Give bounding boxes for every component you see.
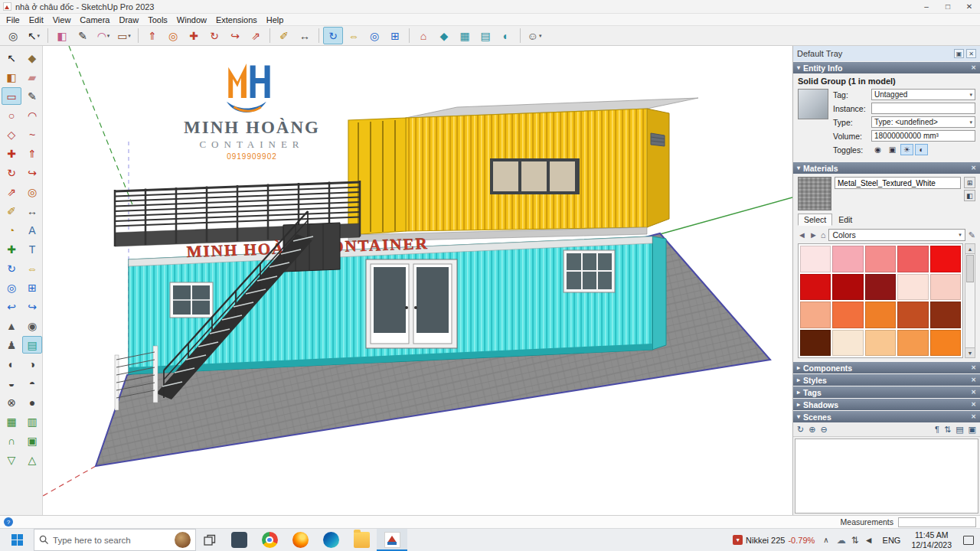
section-tags[interactable]: ▸Tags✕ (793, 386, 980, 398)
next-view-icon[interactable]: ↪ (22, 298, 42, 315)
styles-panel-icon[interactable]: ▦ (455, 27, 475, 44)
section-components[interactable]: ▸Components✕ (793, 362, 980, 373)
offset-tool-icon[interactable]: ◎ (22, 183, 42, 201)
section-materials[interactable]: ▾ Materials ✕ (793, 162, 980, 174)
section-close-icon[interactable]: ✕ (971, 401, 976, 408)
dimension-icon[interactable]: ↔ (295, 27, 315, 44)
solid-union-icon[interactable]: ◐ (2, 355, 21, 373)
section-close-icon[interactable]: ✕ (971, 377, 976, 383)
offset-icon[interactable]: ◎ (163, 27, 183, 44)
section-scenes[interactable]: ▾ Scenes ✕ (793, 411, 980, 422)
zoom-extents-tool-icon[interactable]: ⊞ (22, 279, 42, 296)
arc-tool-icon[interactable]: ◠ (22, 106, 42, 124)
sandbox-scratch-icon[interactable]: ▥ (22, 412, 42, 430)
swatch-scrollbar[interactable]: ▲ ▼ (965, 243, 975, 358)
color-swatch-11[interactable] (832, 302, 863, 328)
axes-tool-icon[interactable]: ✚ (2, 240, 21, 258)
arc-icon[interactable]: ◠▾ (93, 27, 113, 44)
window-left[interactable] (170, 282, 213, 318)
materials-collection-dropdown[interactable]: Colors ▾ (828, 229, 965, 241)
menu-file[interactable]: File (2, 15, 24, 24)
color-swatch-14[interactable] (930, 302, 961, 328)
orbit-icon[interactable]: ↻ (323, 27, 343, 44)
scene-details-button[interactable]: ¶ (935, 425, 939, 434)
maximize-button[interactable]: □ (937, 0, 959, 13)
pan-icon[interactable]: ⇔ (344, 27, 364, 44)
volume-input[interactable]: 18000000000 mm³ (871, 130, 975, 142)
stamp-icon[interactable]: ▣ (22, 432, 42, 449)
menu-camera[interactable]: Camera (75, 15, 114, 24)
menu-view[interactable]: View (48, 15, 76, 24)
zoom-icon[interactable]: ◎ (364, 27, 384, 44)
tray-options-icon[interactable]: ▣ (954, 49, 964, 58)
color-swatch-7[interactable] (865, 274, 896, 301)
menu-draw[interactable]: Draw (114, 15, 143, 24)
push-pull-tool-icon[interactable]: ⇑ (22, 145, 42, 162)
select-icon[interactable]: ↖▾ (24, 27, 44, 44)
color-swatch-6[interactable] (832, 274, 863, 301)
model-viewport[interactable]: MINH HOÀNG CONTAINER (43, 46, 792, 515)
locked-toggle[interactable]: ▣ (886, 144, 899, 155)
color-swatch-0[interactable] (800, 246, 831, 272)
make-component-icon[interactable]: ◆ (22, 49, 42, 67)
model-scene-canvas[interactable]: MINH HOÀNG CONTAINER (43, 46, 792, 515)
receive-shadows-toggle[interactable]: ◐ (915, 144, 928, 155)
firefox-icon[interactable] (285, 529, 315, 551)
color-swatch-19[interactable] (930, 330, 961, 357)
tab-select[interactable]: Select (798, 214, 832, 226)
language-indicator[interactable]: ENG (877, 536, 906, 545)
color-swatch-2[interactable] (865, 246, 896, 272)
section-close-icon[interactable]: ✕ (971, 364, 976, 371)
tray-title-bar[interactable]: Default Tray ▣ ✕ (793, 46, 980, 61)
add-detail-icon[interactable]: △ (22, 451, 42, 468)
file-explorer-icon[interactable] (346, 529, 377, 551)
color-swatch-1[interactable] (832, 246, 863, 272)
move-scene-button[interactable]: ⇅ (944, 425, 951, 435)
material-name-input[interactable] (835, 177, 961, 189)
move-icon[interactable]: ✚ (184, 27, 204, 44)
section-plane-icon[interactable]: ▤ (22, 336, 42, 354)
add-scene-button[interactable]: ⊕ (808, 425, 815, 435)
scale-icon[interactable]: ⇗ (246, 27, 266, 44)
menu-extensions[interactable]: Extensions (211, 15, 262, 24)
section-close-icon[interactable]: ✕ (971, 389, 976, 396)
sandbox-contours-icon[interactable]: ▦ (2, 412, 21, 430)
follow-me-icon[interactable]: ↪ (225, 27, 245, 44)
color-swatch-13[interactable] (897, 302, 928, 328)
scroll-down-icon[interactable]: ▼ (965, 347, 975, 357)
solid-intersect-icon[interactable]: ◓ (22, 374, 42, 392)
color-swatch-12[interactable] (865, 302, 896, 328)
menu-edit[interactable]: Edit (24, 15, 48, 24)
warehouse-icon[interactable]: ⌂ (413, 27, 433, 44)
color-swatch-5[interactable] (800, 274, 831, 301)
measurements-input[interactable] (898, 517, 976, 527)
color-swatch-17[interactable] (865, 330, 896, 357)
solid-trim-icon[interactable]: ◒ (2, 374, 21, 392)
tray-close-icon[interactable]: ✕ (966, 49, 976, 58)
previous-view-icon[interactable]: ↩ (2, 298, 21, 315)
scrollbar-thumb[interactable] (966, 255, 974, 282)
clock[interactable]: 11:45 AM 12/14/2023 (906, 530, 957, 549)
line-icon[interactable]: ✎ (73, 27, 93, 44)
circle-icon[interactable]: ○ (2, 106, 21, 124)
orbit-tool-icon[interactable]: ↻ (2, 259, 21, 277)
chrome-icon[interactable] (254, 529, 285, 551)
tape-measure-tool-icon[interactable]: ✐ (2, 202, 21, 220)
hidden-icons-chevron[interactable]: ∧ (819, 536, 832, 544)
type-dropdown[interactable]: Type: <undefined>▾ (871, 116, 975, 128)
material-preview[interactable] (798, 177, 831, 210)
scale-tool-icon[interactable]: ⇗ (2, 183, 21, 201)
tape-measure-icon[interactable]: ✐ (274, 27, 294, 44)
position-camera-icon[interactable]: ▲ (2, 317, 21, 334)
solid-subtract-icon[interactable]: ◑ (22, 355, 42, 373)
protractor-icon[interactable]: ◔ (2, 221, 21, 239)
help-icon[interactable]: ? (4, 517, 13, 527)
zoom-tool-icon[interactable]: ◎ (2, 279, 21, 296)
solid-split-icon[interactable]: ⊗ (2, 393, 21, 411)
color-swatch-18[interactable] (897, 330, 928, 357)
eraser-icon[interactable]: ▰ (22, 68, 42, 86)
task-view-button[interactable] (196, 529, 224, 551)
zoom-window-icon[interactable]: ◎ (3, 27, 23, 44)
rotate-icon[interactable]: ↻ (204, 27, 224, 44)
action-center-button[interactable] (957, 529, 980, 551)
